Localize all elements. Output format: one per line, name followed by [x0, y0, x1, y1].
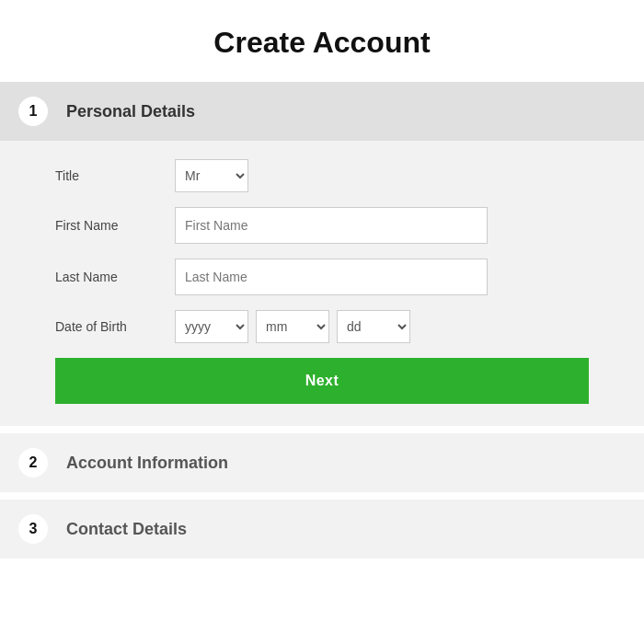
section-header-1: 1 Personal Details: [0, 82, 644, 141]
dob-day-select[interactable]: dd: [337, 310, 410, 343]
section-title-3: Contact Details: [66, 520, 187, 539]
last-name-input[interactable]: [175, 259, 488, 295]
dob-label: Date of Birth: [55, 319, 175, 334]
section-number-2: 2: [18, 448, 48, 477]
last-name-row: Last Name: [55, 259, 589, 295]
title-row: Title Mr Mrs Ms Dr: [55, 159, 589, 192]
section-header-2: 2 Account Information: [0, 433, 644, 492]
section-body-1: Title Mr Mrs Ms Dr First Name Last Name …: [0, 141, 644, 426]
first-name-label: First Name: [55, 218, 175, 233]
section-account-information: 2 Account Information: [0, 433, 644, 492]
section-title-1: Personal Details: [66, 102, 195, 121]
dob-month-select[interactable]: mm: [256, 310, 329, 343]
section-contact-details: 3 Contact Details: [0, 500, 644, 558]
title-label: Title: [55, 168, 175, 183]
last-name-label: Last Name: [55, 270, 175, 284]
section-number-1: 1: [18, 97, 48, 126]
next-button[interactable]: Next: [55, 358, 589, 404]
section-header-3: 3 Contact Details: [0, 500, 644, 558]
title-select[interactable]: Mr Mrs Ms Dr: [175, 159, 248, 192]
dob-group: yyyy mm dd: [175, 310, 410, 343]
first-name-input[interactable]: [175, 207, 488, 244]
section-title-2: Account Information: [66, 454, 228, 473]
section-number-3: 3: [18, 514, 48, 544]
page-title: Create Account: [0, 0, 644, 82]
dob-year-select[interactable]: yyyy: [175, 310, 248, 343]
section-personal-details: 1 Personal Details Title Mr Mrs Ms Dr Fi…: [0, 82, 644, 426]
dob-row: Date of Birth yyyy mm dd: [55, 310, 589, 343]
first-name-row: First Name: [55, 207, 589, 244]
